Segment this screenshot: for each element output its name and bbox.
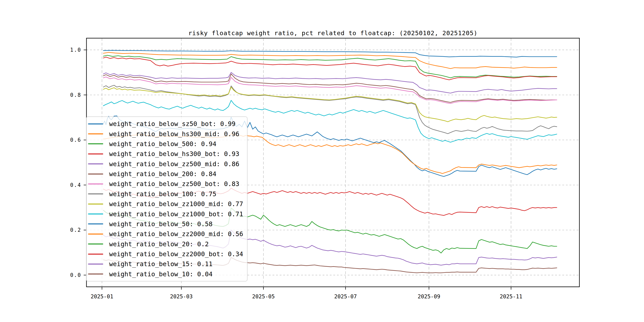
legend-item-hs300_mid: weight_ratio_below_hs300_mid: 0.96 <box>88 129 246 139</box>
legend-swatch-below_10 <box>88 274 103 274</box>
series-line-below_200 <box>103 74 557 102</box>
legend-label-zz500_mid: weight_ratio_below_zz500_mid: 0.86 <box>109 159 239 169</box>
legend-label-hs300_mid: weight_ratio_below_hs300_mid: 0.96 <box>109 129 239 139</box>
legend-item-hs300_bot: weight_ratio_below_hs300_bot: 0.93 <box>88 149 246 158</box>
x-tick-label: 2025-05 <box>252 294 275 300</box>
legend-item-below_200: weight_ratio_below_200: 0.84 <box>88 169 246 179</box>
legend-swatch-below_200 <box>88 174 103 174</box>
legend-swatch-zz1000_mid <box>88 204 103 204</box>
legend-item-below_20: weight_ratio_below_20: 0.2 <box>88 239 246 249</box>
legend-label-below_20: weight_ratio_below_20: 0.2 <box>109 239 209 249</box>
legend-swatch-zz500_bot <box>88 184 103 184</box>
legend-item-zz1000_bot: weight_ratio_below_zz1000_bot: 0.71 <box>88 209 246 219</box>
y-tick-label: 1.0 <box>70 47 81 53</box>
legend-swatch-below_50 <box>88 224 103 224</box>
legend-item-below_50: weight_ratio_below_50: 0.58 <box>88 219 246 229</box>
y-tick-label: 0.6 <box>70 137 81 143</box>
legend-label-below_10: weight_ratio_below_10: 0.04 <box>109 269 212 279</box>
legend-swatch-below_20 <box>88 244 103 244</box>
legend-label-below_100: weight_ratio_below_100: 0.75 <box>109 189 216 199</box>
legend-swatch-hs300_bot <box>88 154 103 154</box>
legend-label-below_500: weight_ratio_below_500: 0.94 <box>109 139 216 149</box>
legend-label-zz2000_mid: weight_ratio_below_zz2000_mid: 0.56 <box>109 229 243 239</box>
legend-swatch-zz2000_bot <box>88 254 103 254</box>
legend-swatch-zz1000_bot <box>88 214 103 214</box>
legend-item-zz2000_mid: weight_ratio_below_zz2000_mid: 0.56 <box>88 229 246 239</box>
legend: weight_ratio_below_sz50_bot: 0.99weight_… <box>86 116 248 282</box>
legend-item-zz2000_bot: weight_ratio_below_zz2000_bot: 0.34 <box>88 249 246 259</box>
series-line-sz50_bot <box>103 50 557 57</box>
x-tick-label: 2025-07 <box>334 294 357 300</box>
legend-label-sz50_bot: weight_ratio_below_sz50_bot: 0.99 <box>109 119 236 128</box>
legend-swatch-zz2000_mid <box>88 234 103 234</box>
x-tick-label: 2025-09 <box>418 294 440 300</box>
x-tick-label: 2025-11 <box>500 294 522 300</box>
x-tick-label: 2025-03 <box>170 294 193 300</box>
legend-item-zz500_mid: weight_ratio_below_zz500_mid: 0.86 <box>88 159 246 169</box>
figure: 2025-012025-032025-052025-072025-092025-… <box>0 0 644 322</box>
legend-label-zz2000_bot: weight_ratio_below_zz2000_bot: 0.34 <box>109 249 243 259</box>
legend-label-zz1000_mid: weight_ratio_below_zz1000_mid: 0.77 <box>109 199 243 209</box>
legend-swatch-below_15 <box>88 264 103 264</box>
legend-label-below_200: weight_ratio_below_200: 0.84 <box>109 169 216 179</box>
series-line-hs300_mid <box>103 52 557 69</box>
legend-label-below_50: weight_ratio_below_50: 0.58 <box>109 219 212 229</box>
y-tick-label: 0.0 <box>70 272 81 278</box>
legend-label-zz1000_bot: weight_ratio_below_zz1000_bot: 0.71 <box>109 209 243 219</box>
legend-swatch-below_500 <box>88 143 103 144</box>
legend-item-zz1000_mid: weight_ratio_below_zz1000_mid: 0.77 <box>88 199 246 209</box>
legend-item-below_15: weight_ratio_below_15: 0.11 <box>88 259 246 269</box>
legend-label-hs300_bot: weight_ratio_below_hs300_bot: 0.93 <box>109 149 239 158</box>
y-tick-label: 0.2 <box>70 227 81 233</box>
series-line-below_500 <box>103 55 557 78</box>
series-line-hs300_bot <box>103 57 557 80</box>
legend-label-below_15: weight_ratio_below_15: 0.11 <box>109 259 212 269</box>
legend-item-below_10: weight_ratio_below_10: 0.04 <box>88 269 246 279</box>
legend-swatch-hs300_mid <box>88 133 103 134</box>
chart-title: risky floatcap weight ratio, pct related… <box>188 30 478 36</box>
legend-item-below_100: weight_ratio_below_100: 0.75 <box>88 189 246 199</box>
legend-item-below_500: weight_ratio_below_500: 0.94 <box>88 139 246 149</box>
y-tick-label: 0.4 <box>70 182 81 188</box>
legend-swatch-below_100 <box>88 194 103 194</box>
y-tick-label: 0.8 <box>70 92 81 98</box>
x-tick-label: 2025-01 <box>91 294 113 300</box>
legend-item-zz500_bot: weight_ratio_below_zz500_bot: 0.83 <box>88 179 246 189</box>
legend-item-sz50_bot: weight_ratio_below_sz50_bot: 0.99 <box>88 119 246 128</box>
legend-label-zz500_bot: weight_ratio_below_zz500_bot: 0.83 <box>109 179 239 189</box>
legend-swatch-sz50_bot <box>88 124 103 124</box>
legend-swatch-zz500_mid <box>88 164 103 164</box>
